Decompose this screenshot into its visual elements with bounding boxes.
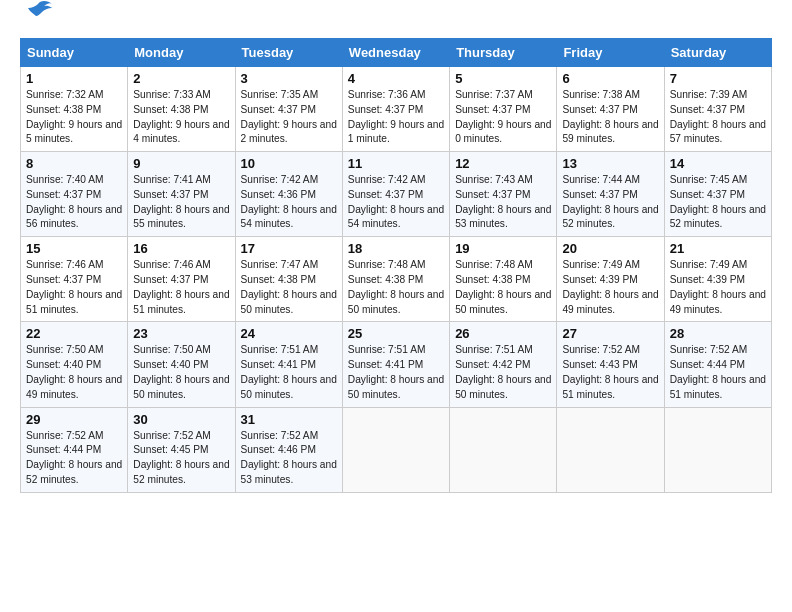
day-number: 29 [26, 412, 122, 427]
day-info: Sunrise: 7:48 AMSunset: 4:38 PMDaylight:… [455, 258, 551, 317]
day-number: 5 [455, 71, 551, 86]
day-info: Sunrise: 7:49 AMSunset: 4:39 PMDaylight:… [670, 258, 766, 317]
day-info: Sunrise: 7:46 AMSunset: 4:37 PMDaylight:… [133, 258, 229, 317]
day-info: Sunrise: 7:52 AMSunset: 4:44 PMDaylight:… [670, 343, 766, 402]
logo-bird-icon [22, 0, 54, 28]
day-info: Sunrise: 7:41 AMSunset: 4:37 PMDaylight:… [133, 173, 229, 232]
day-number: 16 [133, 241, 229, 256]
day-number: 6 [562, 71, 658, 86]
day-number: 17 [241, 241, 337, 256]
calendar-cell: 13Sunrise: 7:44 AMSunset: 4:37 PMDayligh… [557, 152, 664, 237]
calendar-cell: 10Sunrise: 7:42 AMSunset: 4:36 PMDayligh… [235, 152, 342, 237]
day-info: Sunrise: 7:39 AMSunset: 4:37 PMDaylight:… [670, 88, 766, 147]
calendar-cell: 4Sunrise: 7:36 AMSunset: 4:37 PMDaylight… [342, 67, 449, 152]
day-number: 10 [241, 156, 337, 171]
day-number: 31 [241, 412, 337, 427]
day-info: Sunrise: 7:42 AMSunset: 4:36 PMDaylight:… [241, 173, 337, 232]
calendar-cell: 8Sunrise: 7:40 AMSunset: 4:37 PMDaylight… [21, 152, 128, 237]
calendar-cell: 31Sunrise: 7:52 AMSunset: 4:46 PMDayligh… [235, 407, 342, 492]
calendar-cell: 15Sunrise: 7:46 AMSunset: 4:37 PMDayligh… [21, 237, 128, 322]
logo [20, 20, 54, 28]
day-number: 12 [455, 156, 551, 171]
day-number: 4 [348, 71, 444, 86]
day-info: Sunrise: 7:40 AMSunset: 4:37 PMDaylight:… [26, 173, 122, 232]
day-number: 1 [26, 71, 122, 86]
calendar-cell: 18Sunrise: 7:48 AMSunset: 4:38 PMDayligh… [342, 237, 449, 322]
calendar-week-row: 22Sunrise: 7:50 AMSunset: 4:40 PMDayligh… [21, 322, 772, 407]
calendar-cell: 27Sunrise: 7:52 AMSunset: 4:43 PMDayligh… [557, 322, 664, 407]
day-info: Sunrise: 7:51 AMSunset: 4:41 PMDaylight:… [348, 343, 444, 402]
day-info: Sunrise: 7:44 AMSunset: 4:37 PMDaylight:… [562, 173, 658, 232]
header [20, 20, 772, 28]
day-info: Sunrise: 7:52 AMSunset: 4:45 PMDaylight:… [133, 429, 229, 488]
day-info: Sunrise: 7:51 AMSunset: 4:41 PMDaylight:… [241, 343, 337, 402]
day-info: Sunrise: 7:51 AMSunset: 4:42 PMDaylight:… [455, 343, 551, 402]
weekday-header: Monday [128, 39, 235, 67]
calendar-cell: 12Sunrise: 7:43 AMSunset: 4:37 PMDayligh… [450, 152, 557, 237]
day-number: 9 [133, 156, 229, 171]
day-info: Sunrise: 7:52 AMSunset: 4:43 PMDaylight:… [562, 343, 658, 402]
day-number: 20 [562, 241, 658, 256]
calendar-cell [342, 407, 449, 492]
day-number: 23 [133, 326, 229, 341]
calendar-cell: 2Sunrise: 7:33 AMSunset: 4:38 PMDaylight… [128, 67, 235, 152]
day-info: Sunrise: 7:32 AMSunset: 4:38 PMDaylight:… [26, 88, 122, 147]
weekday-header: Friday [557, 39, 664, 67]
calendar-cell: 30Sunrise: 7:52 AMSunset: 4:45 PMDayligh… [128, 407, 235, 492]
day-info: Sunrise: 7:52 AMSunset: 4:46 PMDaylight:… [241, 429, 337, 488]
day-info: Sunrise: 7:48 AMSunset: 4:38 PMDaylight:… [348, 258, 444, 317]
calendar-table: SundayMondayTuesdayWednesdayThursdayFrid… [20, 38, 772, 493]
day-info: Sunrise: 7:38 AMSunset: 4:37 PMDaylight:… [562, 88, 658, 147]
day-info: Sunrise: 7:43 AMSunset: 4:37 PMDaylight:… [455, 173, 551, 232]
day-number: 15 [26, 241, 122, 256]
calendar-week-row: 29Sunrise: 7:52 AMSunset: 4:44 PMDayligh… [21, 407, 772, 492]
calendar-week-row: 15Sunrise: 7:46 AMSunset: 4:37 PMDayligh… [21, 237, 772, 322]
calendar-cell: 5Sunrise: 7:37 AMSunset: 4:37 PMDaylight… [450, 67, 557, 152]
day-number: 8 [26, 156, 122, 171]
day-info: Sunrise: 7:49 AMSunset: 4:39 PMDaylight:… [562, 258, 658, 317]
calendar-week-row: 1Sunrise: 7:32 AMSunset: 4:38 PMDaylight… [21, 67, 772, 152]
day-number: 19 [455, 241, 551, 256]
calendar-cell: 9Sunrise: 7:41 AMSunset: 4:37 PMDaylight… [128, 152, 235, 237]
calendar-cell [557, 407, 664, 492]
day-info: Sunrise: 7:47 AMSunset: 4:38 PMDaylight:… [241, 258, 337, 317]
weekday-header: Wednesday [342, 39, 449, 67]
day-number: 13 [562, 156, 658, 171]
calendar-cell: 25Sunrise: 7:51 AMSunset: 4:41 PMDayligh… [342, 322, 449, 407]
day-info: Sunrise: 7:52 AMSunset: 4:44 PMDaylight:… [26, 429, 122, 488]
calendar-cell: 28Sunrise: 7:52 AMSunset: 4:44 PMDayligh… [664, 322, 771, 407]
day-number: 14 [670, 156, 766, 171]
day-number: 2 [133, 71, 229, 86]
calendar-cell: 19Sunrise: 7:48 AMSunset: 4:38 PMDayligh… [450, 237, 557, 322]
calendar-cell: 21Sunrise: 7:49 AMSunset: 4:39 PMDayligh… [664, 237, 771, 322]
calendar-cell: 16Sunrise: 7:46 AMSunset: 4:37 PMDayligh… [128, 237, 235, 322]
calendar-cell: 7Sunrise: 7:39 AMSunset: 4:37 PMDaylight… [664, 67, 771, 152]
calendar-cell: 6Sunrise: 7:38 AMSunset: 4:37 PMDaylight… [557, 67, 664, 152]
day-info: Sunrise: 7:45 AMSunset: 4:37 PMDaylight:… [670, 173, 766, 232]
weekday-header: Thursday [450, 39, 557, 67]
calendar-cell: 29Sunrise: 7:52 AMSunset: 4:44 PMDayligh… [21, 407, 128, 492]
calendar-week-row: 8Sunrise: 7:40 AMSunset: 4:37 PMDaylight… [21, 152, 772, 237]
day-number: 24 [241, 326, 337, 341]
calendar-cell: 17Sunrise: 7:47 AMSunset: 4:38 PMDayligh… [235, 237, 342, 322]
calendar-cell: 20Sunrise: 7:49 AMSunset: 4:39 PMDayligh… [557, 237, 664, 322]
day-number: 21 [670, 241, 766, 256]
weekday-header: Saturday [664, 39, 771, 67]
day-number: 26 [455, 326, 551, 341]
calendar-cell [450, 407, 557, 492]
weekday-header: Sunday [21, 39, 128, 67]
day-number: 18 [348, 241, 444, 256]
weekday-header: Tuesday [235, 39, 342, 67]
weekday-header-row: SundayMondayTuesdayWednesdayThursdayFrid… [21, 39, 772, 67]
day-info: Sunrise: 7:46 AMSunset: 4:37 PMDaylight:… [26, 258, 122, 317]
calendar-cell: 3Sunrise: 7:35 AMSunset: 4:37 PMDaylight… [235, 67, 342, 152]
day-info: Sunrise: 7:42 AMSunset: 4:37 PMDaylight:… [348, 173, 444, 232]
calendar-cell: 26Sunrise: 7:51 AMSunset: 4:42 PMDayligh… [450, 322, 557, 407]
calendar-cell: 14Sunrise: 7:45 AMSunset: 4:37 PMDayligh… [664, 152, 771, 237]
day-info: Sunrise: 7:35 AMSunset: 4:37 PMDaylight:… [241, 88, 337, 147]
day-info: Sunrise: 7:50 AMSunset: 4:40 PMDaylight:… [133, 343, 229, 402]
calendar-cell: 11Sunrise: 7:42 AMSunset: 4:37 PMDayligh… [342, 152, 449, 237]
calendar-cell: 22Sunrise: 7:50 AMSunset: 4:40 PMDayligh… [21, 322, 128, 407]
day-number: 30 [133, 412, 229, 427]
day-info: Sunrise: 7:36 AMSunset: 4:37 PMDaylight:… [348, 88, 444, 147]
